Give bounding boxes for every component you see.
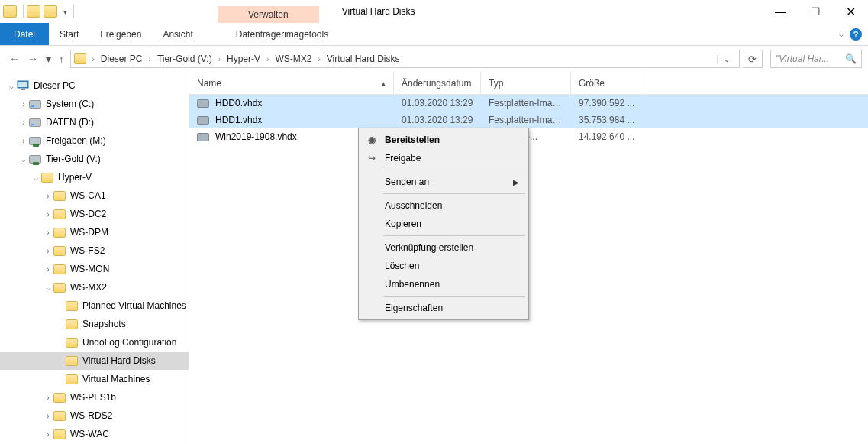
pc-icon xyxy=(17,79,29,92)
vhdx-file-icon xyxy=(197,116,209,125)
nav-up-button[interactable]: ↑ xyxy=(59,53,64,65)
tree-item[interactable]: ⌵Tier-Gold (V:) xyxy=(0,150,189,168)
close-button[interactable]: ✕ xyxy=(833,0,868,23)
ribbon-tab-share[interactable]: Freigeben xyxy=(89,23,152,45)
expand-icon[interactable]: › xyxy=(43,430,53,439)
nav-tree[interactable]: ⌵Dieser PC›System (C:)›DATEN (D:)›Freiga… xyxy=(0,72,189,444)
folder-icon xyxy=(66,356,78,366)
tree-item[interactable]: ⌵WS-MX2 xyxy=(0,278,189,297)
tree-item[interactable]: ›WS-RDS2 xyxy=(0,407,189,425)
crumb-4[interactable]: Virtual Hard Disks xyxy=(322,53,405,64)
tree-item[interactable]: ⌵Dieser PC xyxy=(0,76,189,95)
collapse-icon[interactable]: ⌵ xyxy=(43,284,53,292)
ribbon-right: ⌵ ? xyxy=(839,23,868,45)
col-date[interactable]: Änderungsdatum xyxy=(394,72,481,94)
tree-item[interactable]: ›DATEN (D:) xyxy=(0,113,189,131)
maximize-button[interactable]: ☐ xyxy=(798,0,833,23)
nav-back-button[interactable]: ← xyxy=(9,53,20,65)
tree-item[interactable]: ›WS-FS2 xyxy=(0,241,189,260)
ctx-mount[interactable]: ◉Bereitstellen xyxy=(360,131,527,149)
expand-icon[interactable]: › xyxy=(18,100,29,109)
breadcrumb-chevron[interactable]: › xyxy=(316,55,321,63)
ctx-properties[interactable]: Eigenschaften xyxy=(360,299,527,317)
breadcrumb-chevron[interactable]: › xyxy=(147,55,153,63)
share-icon: ↪ xyxy=(365,153,379,164)
folder-icon xyxy=(66,301,78,311)
ribbon-tab-file[interactable]: Datei xyxy=(0,23,49,45)
vhdx-file-icon xyxy=(197,133,209,141)
svg-rect-2 xyxy=(21,89,25,90)
folder-icon xyxy=(66,374,78,384)
tree-item-label: System (C:) xyxy=(46,99,94,109)
breadcrumb-chevron[interactable]: › xyxy=(91,55,96,63)
expand-icon[interactable]: › xyxy=(43,210,53,219)
ctx-share[interactable]: ↪Freigabe xyxy=(360,149,527,167)
ctx-delete[interactable]: Löschen xyxy=(360,257,527,275)
crumb-2[interactable]: Hyper-V xyxy=(222,53,265,64)
folder-icon xyxy=(53,411,66,421)
submenu-arrow-icon: ▶ xyxy=(513,178,519,186)
ribbon-expand-chevron[interactable]: ⌵ xyxy=(839,30,844,38)
address-bar[interactable]: › Dieser PC › Tier-Gold (V:) › Hyper-V ›… xyxy=(70,50,741,68)
expand-icon[interactable]: › xyxy=(43,412,53,420)
collapse-icon[interactable]: ⌵ xyxy=(6,82,17,90)
expand-icon[interactable]: › xyxy=(18,118,29,127)
expand-icon[interactable]: › xyxy=(43,394,53,402)
context-menu: ◉Bereitstellen ↪Freigabe Senden an▶ Auss… xyxy=(358,128,529,320)
expand-icon[interactable]: › xyxy=(43,228,53,237)
ctx-copy[interactable]: Kopieren xyxy=(360,215,527,233)
tree-item-label: WS-FS2 xyxy=(70,245,105,256)
crumb-0[interactable]: Dieser PC xyxy=(96,53,147,64)
tree-item-label: WS-CA1 xyxy=(70,190,106,201)
nav-history-chevron[interactable]: ▾ xyxy=(46,53,51,65)
tree-item[interactable]: Virtual Machines xyxy=(0,370,189,388)
col-name[interactable]: Name▴ xyxy=(189,72,394,94)
tree-item[interactable]: ›WS-CA1 xyxy=(0,186,189,205)
search-input[interactable]: "Virtual Har... 🔍 xyxy=(770,50,862,68)
expand-icon[interactable]: › xyxy=(43,247,53,255)
tree-item[interactable]: ›WS-DC2 xyxy=(0,205,189,223)
collapse-icon[interactable]: ⌵ xyxy=(31,173,41,182)
tree-item[interactable]: Planned Virtual Machines xyxy=(0,297,189,315)
address-dropdown[interactable]: ⌄ xyxy=(717,55,736,63)
ctx-shortcut[interactable]: Verknüpfung erstellen xyxy=(360,238,527,257)
cell-date: 01.03.2020 13:29 xyxy=(394,98,481,109)
expand-icon[interactable]: › xyxy=(43,192,53,200)
ctx-rename[interactable]: Umbenennen xyxy=(360,275,527,293)
refresh-button[interactable]: ⟳ xyxy=(743,50,763,68)
ribbon-tab-view[interactable]: Ansicht xyxy=(152,23,203,45)
ribbon-tab-start[interactable]: Start xyxy=(49,23,89,45)
tree-item[interactable]: ›WS-PFS1b xyxy=(0,388,189,407)
ctx-sendto[interactable]: Senden an▶ xyxy=(360,173,527,191)
breadcrumb-chevron[interactable]: › xyxy=(217,55,222,63)
crumb-3[interactable]: WS-MX2 xyxy=(270,53,316,64)
minimize-button[interactable]: ― xyxy=(763,0,798,23)
tree-item[interactable]: ›Freigaben (M:) xyxy=(0,131,189,150)
qat-newfolder-icon[interactable] xyxy=(44,5,57,18)
qat-properties-icon[interactable] xyxy=(27,5,40,18)
col-size[interactable]: Größe xyxy=(571,72,647,94)
tree-item[interactable]: ›WS-WAC xyxy=(0,425,189,443)
ribbon-tab-disktools[interactable]: Datenträgerimagetools xyxy=(225,23,339,45)
collapse-icon[interactable]: ⌵ xyxy=(18,155,29,164)
expand-icon[interactable]: › xyxy=(18,137,29,145)
tree-item[interactable]: ›WS-MON xyxy=(0,260,189,278)
table-row[interactable]: HDD0.vhdx01.03.2020 13:29Festplatten-Ima… xyxy=(189,95,868,112)
crumb-1[interactable]: Tier-Gold (V:) xyxy=(153,53,217,64)
tree-item[interactable]: UndoLog Configuration xyxy=(0,333,189,352)
col-type[interactable]: Typ xyxy=(481,72,571,94)
help-icon[interactable]: ? xyxy=(850,28,862,41)
table-row[interactable]: HDD1.vhdx01.03.2020 13:29Festplatten-Ima… xyxy=(189,112,868,128)
tree-item[interactable]: ›System (C:) xyxy=(0,95,189,113)
qat-customize-chevron[interactable]: ▾ xyxy=(63,8,67,16)
tree-item[interactable]: ›WS-DPM xyxy=(0,223,189,241)
ctx-cut[interactable]: Ausschneiden xyxy=(360,196,527,215)
tree-item[interactable]: Virtual Hard Disks xyxy=(0,352,189,370)
tree-item[interactable]: Snapshots xyxy=(0,315,189,333)
nav-row: ← → ▾ ↑ › Dieser PC › Tier-Gold (V:) › H… xyxy=(0,46,868,72)
tree-item[interactable]: ⌵Hyper-V xyxy=(0,168,189,186)
nav-forward-button[interactable]: → xyxy=(27,53,38,65)
breadcrumb-chevron[interactable]: › xyxy=(265,55,270,63)
expand-icon[interactable]: › xyxy=(43,265,53,274)
cell-size: 97.390.592 ... xyxy=(571,98,647,109)
